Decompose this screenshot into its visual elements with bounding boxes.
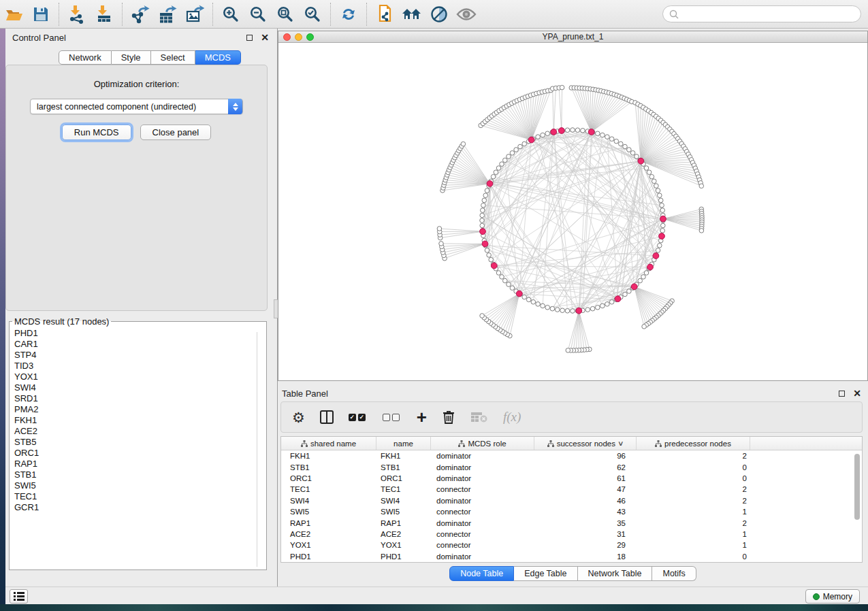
tab-node-table[interactable]: Node Table (449, 566, 514, 581)
mcds-list-scrollbar[interactable] (257, 332, 257, 567)
task-history-button[interactable] (10, 589, 28, 604)
float-panel-icon[interactable] (246, 35, 253, 41)
mcds-result-item[interactable]: GCR1 (14, 502, 266, 513)
show-columns-icon[interactable] (320, 407, 334, 427)
network-graph-canvas[interactable] (278, 43, 867, 380)
function-builder-icon: f(x) (503, 407, 521, 427)
mcds-result-item[interactable]: TEC1 (14, 491, 266, 502)
desktop-wallpaper-left (0, 29, 5, 611)
mcds-result-item[interactable]: ORC1 (14, 448, 266, 459)
mcds-result-item[interactable]: SWI4 (14, 382, 266, 393)
zoom-in-icon[interactable] (219, 4, 242, 24)
network-window-title: YPA_prune.txt_1 (278, 32, 867, 42)
table-row[interactable]: STB1STB1dominator620 (281, 461, 862, 472)
tab-motifs[interactable]: Motifs (652, 566, 696, 581)
mcds-result-item[interactable]: SWI5 (14, 480, 266, 491)
cell-predecessor_nodes: 0 (637, 552, 750, 561)
table-row[interactable]: SWI5SWI5connector431 (281, 506, 862, 517)
table-row[interactable]: TEC1TEC1connector472 (281, 484, 862, 495)
float-table-panel-icon[interactable] (839, 391, 845, 397)
mcds-result-item[interactable]: CAR1 (14, 339, 266, 350)
network-from-selection-icon[interactable] (373, 4, 396, 24)
table-panel-title: Table Panel (282, 389, 328, 399)
zoom-fit-icon[interactable] (274, 4, 297, 24)
desktop-wallpaper-bottom (0, 604, 868, 611)
import-network-icon[interactable] (65, 4, 89, 24)
zoom-selected-icon[interactable] (301, 4, 324, 24)
table-row[interactable]: SWI4SWI4dominator462 (281, 495, 862, 506)
table-row[interactable]: ORC1ORC1dominator610 (281, 473, 862, 484)
cell-successor_nodes: 47 (534, 485, 637, 493)
control-panel: Control Panel ✕ NetworkStyleSelectMCDS O… (5, 29, 276, 587)
mcds-result-item[interactable]: PHD1 (14, 328, 266, 339)
tab-network[interactable]: Network (59, 50, 112, 65)
cell-mcds_role: dominator (431, 552, 534, 561)
add-column-icon[interactable]: + (417, 407, 427, 427)
search-field[interactable] (662, 5, 861, 22)
export-network-icon[interactable] (129, 4, 152, 24)
column-header-name[interactable]: name (376, 437, 431, 450)
table-row[interactable]: ACE2ACE2connector311 (281, 529, 862, 540)
mcds-result-item[interactable]: STB1 (14, 469, 266, 480)
close-table-panel-icon[interactable]: ✕ (853, 389, 861, 398)
settings-gear-icon[interactable]: ⚙ (292, 407, 305, 427)
hide-selected-icon[interactable] (428, 4, 451, 24)
delete-column-icon[interactable] (442, 407, 455, 427)
column-type-icon (301, 440, 308, 447)
open-session-icon[interactable] (2, 4, 25, 24)
mcds-result-item[interactable]: FKH1 (14, 415, 266, 426)
select-all-icon[interactable]: ✓✓ (349, 407, 368, 427)
table-scrollbar[interactable] (854, 454, 860, 520)
mcds-result-item[interactable]: STB5 (14, 437, 266, 448)
cell-successor_nodes: 62 (534, 463, 637, 472)
refresh-icon[interactable] (337, 4, 360, 24)
mcds-result-item[interactable]: STP4 (14, 350, 266, 361)
tab-style[interactable]: Style (112, 50, 151, 65)
cell-name: SWI5 (376, 508, 431, 516)
close-panel-button[interactable]: Close panel (140, 125, 212, 140)
table-panel: Table Panel ✕ ⚙ ✓✓ + f(x) shared namenam… (278, 384, 868, 582)
tab-network-table[interactable]: Network Table (578, 566, 653, 581)
mcds-result-item[interactable]: PMA2 (14, 404, 266, 415)
export-image-icon[interactable] (183, 4, 206, 24)
first-neighbors-icon[interactable] (400, 4, 423, 24)
tab-edge-table[interactable]: Edge Table (514, 566, 577, 581)
cell-shared_name: RAP1 (281, 519, 376, 527)
cell-predecessor_nodes: 0 (637, 463, 750, 472)
mcds-result-item[interactable]: ACE2 (14, 426, 266, 437)
table-row[interactable]: PHD1PHD1dominator180 (281, 551, 862, 562)
tab-mcds[interactable]: MCDS (195, 50, 241, 65)
optimization-criterion-select[interactable]: largest connected component (undirected) (30, 99, 243, 114)
column-header-shared-name[interactable]: shared name (281, 437, 376, 450)
mcds-result-item[interactable]: TID3 (14, 361, 266, 371)
mcds-result-item[interactable]: RAP1 (14, 459, 266, 469)
cell-mcds_role: connector (431, 541, 534, 549)
column-header-predecessor-nodes[interactable]: predecessor nodes (637, 437, 750, 450)
save-session-icon[interactable] (29, 4, 52, 24)
mcds-result-item[interactable]: SRD1 (14, 393, 266, 404)
table-row[interactable]: YOX1YOX1connector291 (281, 540, 862, 550)
export-table-icon[interactable] (156, 4, 179, 24)
close-panel-icon[interactable]: ✕ (261, 33, 269, 42)
cell-name: TEC1 (376, 485, 431, 493)
table-row[interactable]: RAP1RAP1dominator352 (281, 517, 862, 528)
import-table-icon[interactable] (93, 4, 116, 24)
show-all-icon[interactable] (455, 4, 478, 24)
search-input[interactable] (679, 7, 861, 21)
network-view-window: YPA_prune.txt_1 (278, 31, 868, 381)
sort-chevron-icon[interactable]: ∨ (617, 440, 624, 447)
mcds-result-list[interactable]: PHD1CAR1STP4TID3YOX1SWI4SRD1PMA2FKH1ACE2… (10, 327, 266, 513)
table-row[interactable]: FKH1FKH1dominator962 (281, 450, 862, 461)
cell-successor_nodes: 46 (534, 497, 637, 505)
control-panel-tabs: NetworkStyleSelectMCDS (59, 50, 241, 65)
zoom-out-icon[interactable] (246, 4, 270, 24)
tab-select[interactable]: Select (151, 50, 195, 65)
network-window-titlebar[interactable]: YPA_prune.txt_1 (278, 31, 867, 43)
run-mcds-button[interactable]: Run MCDS (62, 125, 131, 140)
unselect-all-icon[interactable] (383, 407, 402, 427)
column-header-successor-nodes[interactable]: successor nodes∨ (534, 437, 637, 450)
column-header-MCDS-role[interactable]: MCDS role (431, 437, 534, 450)
cell-shared_name: FKH1 (281, 452, 376, 460)
memory-button[interactable]: Memory (805, 589, 860, 604)
mcds-result-item[interactable]: YOX1 (14, 371, 266, 382)
